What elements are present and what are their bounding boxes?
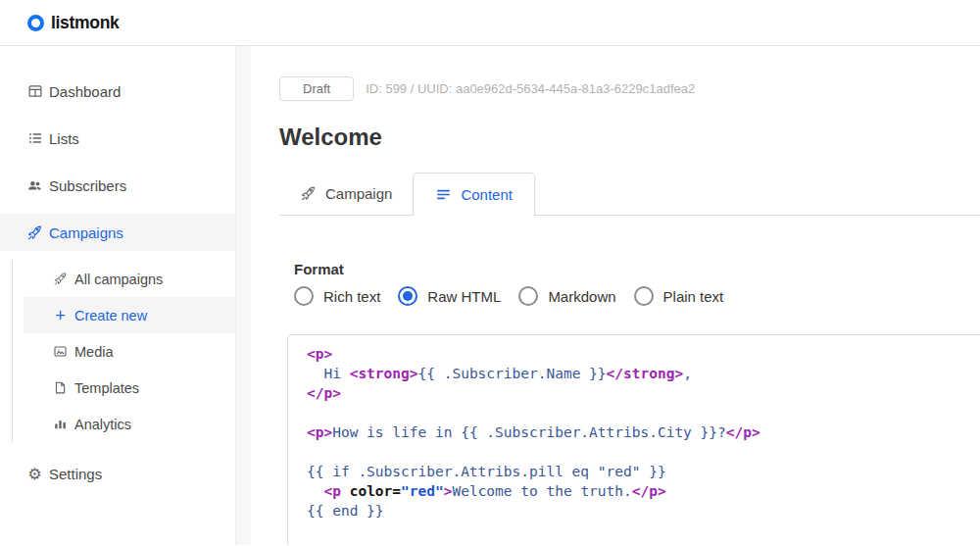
gear-icon: ⚙: [26, 466, 43, 482]
html-code-editor[interactable]: <p> Hi <strong>{{ .Subscriber.Name }}</s…: [287, 334, 980, 545]
sidebar-item-label: Subscribers: [49, 177, 126, 194]
image-icon: [52, 343, 69, 360]
format-radio-plain-text[interactable]: Plain text: [634, 286, 724, 306]
radio-label: Markdown: [548, 288, 615, 305]
logo-text: listmonk: [51, 13, 120, 33]
format-label: Format: [294, 261, 980, 277]
tab-campaign[interactable]: Campaign: [279, 173, 413, 215]
sidebar-item-label: Campaigns: [49, 224, 123, 241]
dashboard-icon: [26, 83, 43, 100]
format-block: Format Rich text Raw HTML Markdown: [287, 261, 980, 306]
code-line: <p>: [307, 344, 980, 364]
code-area: <p> Hi <strong>{{ .Subscriber.Name }}</s…: [288, 335, 980, 529]
rocket-icon: [26, 224, 43, 241]
radio-label: Plain text: [663, 288, 724, 305]
code-line: {{ if .Subscriber.Attribs.pill eq "red" …: [307, 462, 980, 481]
rocket-icon: [300, 185, 317, 202]
rocket-icon: [52, 271, 69, 287]
tab-bar: Campaign Content: [279, 173, 980, 216]
sidebar-item-label: Lists: [49, 130, 79, 147]
sidebar-item-templates[interactable]: Templates: [24, 370, 235, 406]
sidebar-item-dashboard[interactable]: Dashboard: [0, 73, 235, 110]
sidebar-item-label: Media: [74, 344, 114, 360]
code-line: Hi <strong>{{ .Subscriber.Name }}</stron…: [307, 364, 980, 383]
sidebar: Dashboard Lists Subscribers Campaigns: [0, 46, 235, 545]
sidebar-item-settings[interactable]: ⚙ Settings: [0, 455, 235, 492]
sidebar-item-create-new[interactable]: + Create new: [24, 297, 235, 333]
main-content: Draft ID: 599 / UUID: aa0e962d-5634-445a…: [251, 46, 980, 545]
sidebar-item-campaigns[interactable]: Campaigns: [0, 214, 235, 251]
sidebar-item-label: Create new: [74, 308, 147, 323]
bar-chart-icon: [52, 416, 69, 432]
format-radio-rich-text[interactable]: Rich text: [294, 286, 380, 306]
sidebar-item-label: All campaigns: [74, 272, 163, 287]
campaigns-submenu: All campaigns + Create new Media Templat…: [12, 261, 235, 442]
lists-icon: [26, 130, 43, 147]
code-line: <p>How is life in {{ .Subscriber.Attribs…: [307, 422, 980, 442]
sidebar-item-media[interactable]: Media: [24, 333, 235, 370]
sidebar-item-label: Templates: [74, 380, 139, 396]
radio-icon: [634, 286, 654, 306]
radio-icon: [518, 286, 538, 306]
sidebar-item-label: Dashboard: [49, 83, 121, 100]
code-line: [307, 403, 980, 422]
sidebar-item-analytics[interactable]: Analytics: [24, 406, 235, 442]
format-radio-raw-html[interactable]: Raw HTML: [398, 286, 501, 306]
listmonk-logo[interactable]: listmonk: [27, 13, 120, 33]
sidebar-scrollbar[interactable]: [235, 46, 251, 545]
radio-label: Rich text: [323, 288, 380, 305]
page-title: Welcome: [279, 124, 980, 151]
text-icon: [435, 186, 452, 203]
campaign-id-uuid: ID: 599 / UUID: aa0e962d-5634-445a-81a3-…: [366, 81, 695, 96]
tab-label: Campaign: [325, 185, 392, 202]
plus-icon: +: [52, 307, 69, 323]
sidebar-item-subscribers[interactable]: Subscribers: [0, 167, 235, 204]
topbar: listmonk: [0, 0, 980, 46]
sidebar-item-label: Analytics: [74, 417, 131, 432]
status-badge[interactable]: Draft: [279, 76, 354, 101]
sidebar-item-label: Settings: [49, 466, 102, 482]
listmonk-logo-icon: [27, 15, 44, 31]
tab-label: Content: [461, 186, 513, 203]
sidebar-item-lists[interactable]: Lists: [0, 120, 235, 157]
campaign-header: Draft ID: 599 / UUID: aa0e962d-5634-445a…: [279, 76, 980, 101]
sidebar-item-all-campaigns[interactable]: All campaigns: [24, 261, 235, 297]
code-line: <p color="red">Welcome to the truth.</p>: [307, 481, 980, 501]
radio-icon: [294, 286, 314, 306]
format-radio-markdown[interactable]: Markdown: [518, 286, 615, 306]
radio-icon: [398, 286, 417, 306]
format-radio-group: Rich text Raw HTML Markdown Plain text: [294, 286, 980, 306]
radio-label: Raw HTML: [427, 288, 501, 305]
content-tab-panel: Format Rich text Raw HTML Markdown: [287, 261, 980, 545]
tab-content[interactable]: Content: [413, 173, 535, 216]
file-icon: [52, 379, 69, 396]
code-line: </p>: [307, 383, 980, 403]
code-line: {{ end }}: [307, 501, 980, 521]
subscribers-icon: [26, 177, 43, 194]
code-line: [307, 442, 980, 462]
